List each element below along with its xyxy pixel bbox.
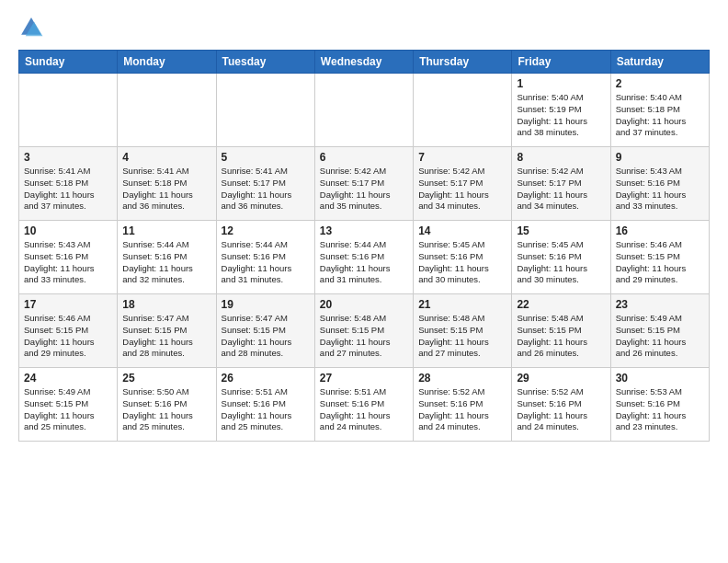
- day-info: Sunrise: 5:44 AM Sunset: 5:16 PM Dayligh…: [320, 239, 408, 286]
- calendar-week-row: 17Sunrise: 5:46 AM Sunset: 5:15 PM Dayli…: [19, 294, 710, 368]
- calendar-cell: 18Sunrise: 5:47 AM Sunset: 5:15 PM Dayli…: [118, 294, 216, 368]
- calendar-cell: 1Sunrise: 5:40 AM Sunset: 5:19 PM Daylig…: [512, 74, 610, 147]
- calendar-cell: 26Sunrise: 5:51 AM Sunset: 5:16 PM Dayli…: [216, 368, 314, 442]
- day-number: 23: [616, 298, 704, 311]
- calendar-cell: 17Sunrise: 5:46 AM Sunset: 5:15 PM Dayli…: [19, 294, 118, 368]
- calendar-cell: 8Sunrise: 5:42 AM Sunset: 5:17 PM Daylig…: [512, 147, 610, 221]
- calendar-cell: 14Sunrise: 5:45 AM Sunset: 5:16 PM Dayli…: [414, 221, 512, 294]
- day-number: 13: [320, 224, 408, 237]
- day-info: Sunrise: 5:51 AM Sunset: 5:16 PM Dayligh…: [320, 386, 408, 433]
- weekday-thursday: Thursday: [414, 51, 512, 74]
- day-info: Sunrise: 5:45 AM Sunset: 5:16 PM Dayligh…: [517, 239, 605, 286]
- calendar-cell: 29Sunrise: 5:52 AM Sunset: 5:16 PM Dayli…: [512, 368, 610, 442]
- calendar-week-row: 24Sunrise: 5:49 AM Sunset: 5:15 PM Dayli…: [19, 368, 710, 442]
- day-info: Sunrise: 5:50 AM Sunset: 5:16 PM Dayligh…: [122, 386, 210, 433]
- weekday-monday: Monday: [118, 51, 216, 74]
- day-number: 1: [517, 77, 605, 90]
- day-info: Sunrise: 5:45 AM Sunset: 5:16 PM Dayligh…: [418, 239, 506, 286]
- day-number: 8: [517, 151, 605, 164]
- calendar-week-row: 3Sunrise: 5:41 AM Sunset: 5:18 PM Daylig…: [19, 147, 710, 221]
- day-number: 10: [24, 224, 112, 237]
- day-number: 30: [616, 372, 704, 385]
- day-info: Sunrise: 5:52 AM Sunset: 5:16 PM Dayligh…: [418, 386, 506, 433]
- weekday-header-row: SundayMondayTuesdayWednesdayThursdayFrid…: [19, 51, 710, 74]
- day-info: Sunrise: 5:44 AM Sunset: 5:16 PM Dayligh…: [122, 239, 210, 286]
- calendar-cell: 10Sunrise: 5:43 AM Sunset: 5:16 PM Dayli…: [19, 221, 118, 294]
- calendar-cell: 25Sunrise: 5:50 AM Sunset: 5:16 PM Dayli…: [118, 368, 216, 442]
- day-info: Sunrise: 5:44 AM Sunset: 5:16 PM Dayligh…: [222, 239, 310, 286]
- day-info: Sunrise: 5:41 AM Sunset: 5:18 PM Dayligh…: [122, 166, 210, 213]
- day-info: Sunrise: 5:52 AM Sunset: 5:16 PM Dayligh…: [517, 386, 605, 433]
- day-info: Sunrise: 5:49 AM Sunset: 5:15 PM Dayligh…: [24, 386, 112, 433]
- day-info: Sunrise: 5:46 AM Sunset: 5:15 PM Dayligh…: [24, 313, 112, 360]
- day-info: Sunrise: 5:42 AM Sunset: 5:17 PM Dayligh…: [320, 166, 408, 213]
- day-info: Sunrise: 5:53 AM Sunset: 5:16 PM Dayligh…: [616, 386, 704, 433]
- day-number: 9: [616, 151, 704, 164]
- calendar-cell: 27Sunrise: 5:51 AM Sunset: 5:16 PM Dayli…: [314, 368, 413, 442]
- day-number: 3: [24, 151, 112, 164]
- calendar-cell: 20Sunrise: 5:48 AM Sunset: 5:15 PM Dayli…: [314, 294, 413, 368]
- calendar-cell: 28Sunrise: 5:52 AM Sunset: 5:16 PM Dayli…: [414, 368, 512, 442]
- calendar-cell: 6Sunrise: 5:42 AM Sunset: 5:17 PM Daylig…: [314, 147, 413, 221]
- day-number: 24: [24, 372, 112, 385]
- calendar-cell: 16Sunrise: 5:46 AM Sunset: 5:15 PM Dayli…: [610, 221, 709, 294]
- day-info: Sunrise: 5:40 AM Sunset: 5:18 PM Dayligh…: [616, 92, 704, 139]
- calendar-cell: 4Sunrise: 5:41 AM Sunset: 5:18 PM Daylig…: [118, 147, 216, 221]
- day-number: 18: [122, 298, 210, 311]
- day-info: Sunrise: 5:43 AM Sunset: 5:16 PM Dayligh…: [616, 166, 704, 213]
- calendar-cell: [314, 74, 413, 147]
- day-number: 16: [616, 224, 704, 237]
- calendar-cell: 19Sunrise: 5:47 AM Sunset: 5:15 PM Dayli…: [216, 294, 314, 368]
- day-info: Sunrise: 5:46 AM Sunset: 5:15 PM Dayligh…: [616, 239, 704, 286]
- calendar-cell: 9Sunrise: 5:43 AM Sunset: 5:16 PM Daylig…: [610, 147, 709, 221]
- calendar-cell: 3Sunrise: 5:41 AM Sunset: 5:18 PM Daylig…: [19, 147, 118, 221]
- calendar-cell: [414, 74, 512, 147]
- day-number: 14: [418, 224, 506, 237]
- weekday-tuesday: Tuesday: [216, 51, 314, 74]
- day-info: Sunrise: 5:41 AM Sunset: 5:18 PM Dayligh…: [24, 166, 112, 213]
- day-info: Sunrise: 5:47 AM Sunset: 5:15 PM Dayligh…: [122, 313, 210, 360]
- logo: [18, 15, 48, 40]
- day-number: 20: [320, 298, 408, 311]
- calendar-week-row: 10Sunrise: 5:43 AM Sunset: 5:16 PM Dayli…: [19, 221, 710, 294]
- calendar-cell: 7Sunrise: 5:42 AM Sunset: 5:17 PM Daylig…: [414, 147, 512, 221]
- calendar-cell: 22Sunrise: 5:48 AM Sunset: 5:15 PM Dayli…: [512, 294, 610, 368]
- day-info: Sunrise: 5:41 AM Sunset: 5:17 PM Dayligh…: [222, 166, 310, 213]
- calendar-cell: 24Sunrise: 5:49 AM Sunset: 5:15 PM Dayli…: [19, 368, 118, 442]
- day-number: 22: [517, 298, 605, 311]
- calendar-cell: 21Sunrise: 5:48 AM Sunset: 5:15 PM Dayli…: [414, 294, 512, 368]
- calendar-cell: 12Sunrise: 5:44 AM Sunset: 5:16 PM Dayli…: [216, 221, 314, 294]
- day-number: 5: [222, 151, 310, 164]
- day-number: 4: [122, 151, 210, 164]
- calendar-cell: 5Sunrise: 5:41 AM Sunset: 5:17 PM Daylig…: [216, 147, 314, 221]
- day-info: Sunrise: 5:48 AM Sunset: 5:15 PM Dayligh…: [418, 313, 506, 360]
- calendar-cell: 23Sunrise: 5:49 AM Sunset: 5:15 PM Dayli…: [610, 294, 709, 368]
- day-info: Sunrise: 5:40 AM Sunset: 5:19 PM Dayligh…: [517, 92, 605, 139]
- day-number: 7: [418, 151, 506, 164]
- day-number: 11: [122, 224, 210, 237]
- day-info: Sunrise: 5:48 AM Sunset: 5:15 PM Dayligh…: [517, 313, 605, 360]
- header: [18, 15, 710, 40]
- calendar-table: SundayMondayTuesdayWednesdayThursdayFrid…: [18, 50, 710, 442]
- calendar-week-row: 1Sunrise: 5:40 AM Sunset: 5:19 PM Daylig…: [19, 74, 710, 147]
- day-number: 26: [222, 372, 310, 385]
- day-number: 28: [418, 372, 506, 385]
- day-number: 2: [616, 77, 704, 90]
- weekday-sunday: Sunday: [19, 51, 118, 74]
- calendar-cell: 2Sunrise: 5:40 AM Sunset: 5:18 PM Daylig…: [610, 74, 709, 147]
- calendar-cell: 30Sunrise: 5:53 AM Sunset: 5:16 PM Dayli…: [610, 368, 709, 442]
- weekday-wednesday: Wednesday: [314, 51, 413, 74]
- calendar-cell: 15Sunrise: 5:45 AM Sunset: 5:16 PM Dayli…: [512, 221, 610, 294]
- calendar-cell: [118, 74, 216, 147]
- day-number: 19: [222, 298, 310, 311]
- day-number: 12: [222, 224, 310, 237]
- calendar-cell: 11Sunrise: 5:44 AM Sunset: 5:16 PM Dayli…: [118, 221, 216, 294]
- calendar-cell: [19, 74, 118, 147]
- logo-icon: [18, 15, 44, 40]
- weekday-friday: Friday: [512, 51, 610, 74]
- weekday-saturday: Saturday: [610, 51, 709, 74]
- day-info: Sunrise: 5:48 AM Sunset: 5:15 PM Dayligh…: [320, 313, 408, 360]
- day-info: Sunrise: 5:49 AM Sunset: 5:15 PM Dayligh…: [616, 313, 704, 360]
- day-number: 21: [418, 298, 506, 311]
- day-info: Sunrise: 5:47 AM Sunset: 5:15 PM Dayligh…: [222, 313, 310, 360]
